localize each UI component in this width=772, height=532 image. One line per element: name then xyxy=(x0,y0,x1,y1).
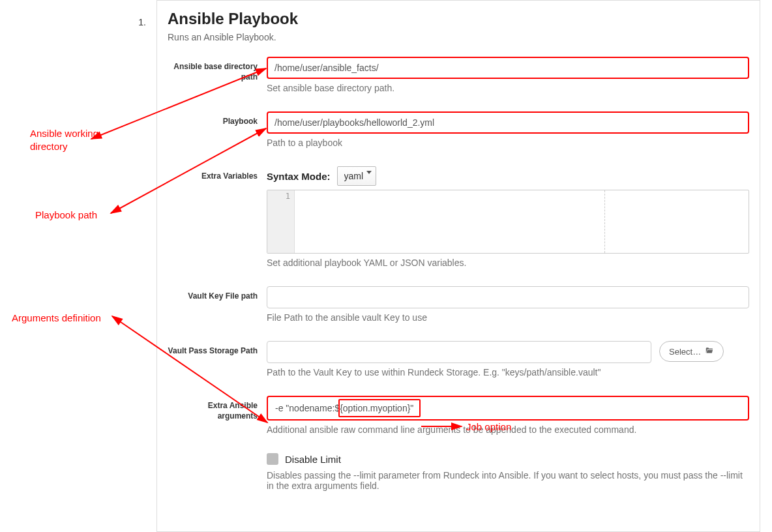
label-vault-pass: Vault Pass Storage Path xyxy=(168,341,267,357)
extra-vars-editor[interactable]: 1 xyxy=(267,190,749,254)
syntax-mode-label: Syntax Mode: xyxy=(267,171,331,182)
help-base-dir: Set ansible base directory path. xyxy=(267,83,749,93)
label-extra-args: Extra Ansible arguments xyxy=(168,396,267,421)
callout-playbook-path: Playbook path xyxy=(35,209,97,222)
help-extra-vars: Set additional playbook YAML or JSON var… xyxy=(267,258,749,268)
help-playbook: Path to a playbook xyxy=(267,138,749,148)
form-panel: Ansible Playbook Runs an Ansible Playboo… xyxy=(156,0,760,532)
disable-limit-label: Disable Limit xyxy=(285,454,341,465)
help-disable-limit: Disables passing the --limit parameter f… xyxy=(267,470,749,491)
playbook-input[interactable] xyxy=(267,111,749,134)
extra-args-input[interactable] xyxy=(268,397,748,419)
disable-limit-checkbox[interactable] xyxy=(267,453,278,465)
vault-pass-input[interactable] xyxy=(267,341,651,363)
help-vault-pass: Path to the Vault Key to use within Rund… xyxy=(267,367,749,377)
vault-key-input[interactable] xyxy=(267,286,749,308)
base-dir-input[interactable] xyxy=(267,57,749,79)
label-base-dir: Ansible base directory path xyxy=(168,57,267,82)
select-button-label: Select… xyxy=(669,347,701,357)
editor-gutter: 1 xyxy=(267,190,295,253)
select-storage-button[interactable]: Select… xyxy=(659,341,724,362)
callout-job-option: Job option xyxy=(466,421,511,434)
step-number: 1. xyxy=(130,17,146,27)
callout-arguments-def: Arguments definition xyxy=(12,312,101,325)
label-playbook: Playbook xyxy=(168,111,267,127)
label-vault-key: Vault Key File path xyxy=(168,286,267,302)
help-vault-key: File Path to the ansible vault Key to us… xyxy=(267,312,749,323)
syntax-mode-select[interactable]: yaml xyxy=(337,166,376,186)
section-title: Ansible Playbook xyxy=(168,10,749,28)
section-subtitle: Runs an Ansible Playbook. xyxy=(168,32,749,42)
label-extra-vars: Extra Variables xyxy=(168,166,267,182)
folder-open-icon xyxy=(705,346,714,357)
callout-working-dir: Ansible working directory xyxy=(30,127,121,153)
